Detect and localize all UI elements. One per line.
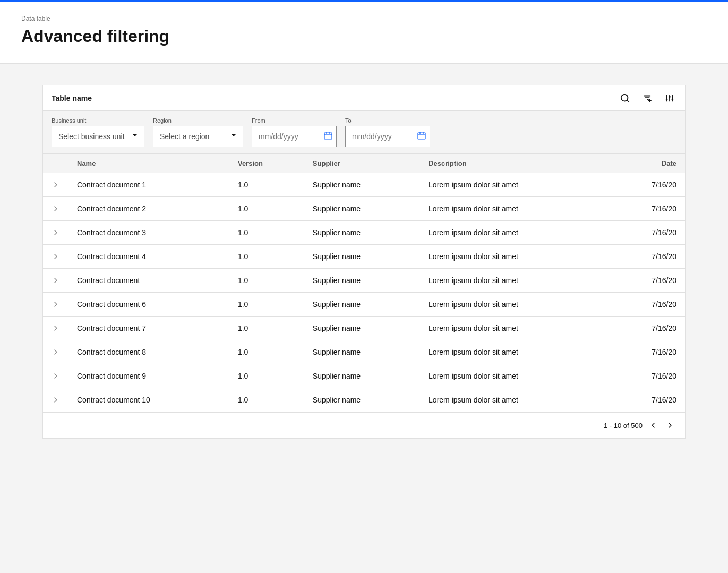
row-date: 7/16/20 [610,364,685,388]
row-expand-cell[interactable] [43,197,68,221]
row-expand-icon[interactable] [52,276,60,285]
row-expand-icon[interactable] [52,181,60,189]
page-title: Advanced filtering [21,27,707,46]
col-description: Description [420,154,610,173]
pagination-prev-button[interactable] [647,419,660,432]
table-row[interactable]: Contract document 6 1.0 Supplier name Lo… [43,293,685,317]
row-expand-icon[interactable] [52,396,60,404]
row-version: 1.0 [229,340,304,364]
row-version: 1.0 [229,221,304,245]
row-name: Contract document 6 [68,293,229,317]
table-row[interactable]: Contract document 9 1.0 Supplier name Lo… [43,364,685,388]
col-version: Version [229,154,304,173]
row-name: Contract document 9 [68,364,229,388]
from-date-filter-group: From [252,117,337,147]
row-supplier: Supplier name [304,245,420,269]
row-date: 7/16/20 [610,340,685,364]
row-expand-cell[interactable] [43,317,68,340]
header: Data table Advanced filtering [0,2,728,64]
row-expand-cell[interactable] [43,364,68,388]
to-date-wrapper [345,126,430,147]
from-date-label: From [252,117,337,124]
row-expand-cell[interactable] [43,245,68,269]
row-date: 7/16/20 [610,269,685,293]
row-name: Contract document 10 [68,388,229,412]
chevron-right-icon [666,421,674,430]
from-date-input[interactable] [252,126,337,147]
table-row[interactable]: Contract document 4 1.0 Supplier name Lo… [43,245,685,269]
row-description: Lorem ipsum dolor sit amet [420,173,610,197]
row-name: Contract document 3 [68,221,229,245]
row-date: 7/16/20 [610,293,685,317]
settings-button[interactable] [663,91,676,105]
table-row[interactable]: Contract document 8 1.0 Supplier name Lo… [43,340,685,364]
region-select-wrapper: Select a region [153,126,243,147]
row-version: 1.0 [229,197,304,221]
row-expand-cell[interactable] [43,388,68,412]
row-expand-cell[interactable] [43,269,68,293]
pagination-text: 1 - 10 of 500 [604,422,643,430]
table-row[interactable]: Contract document 1 1.0 Supplier name Lo… [43,173,685,197]
row-date: 7/16/20 [610,221,685,245]
row-description: Lorem ipsum dolor sit amet [420,293,610,317]
col-date: Date [610,154,685,173]
pagination-next-button[interactable] [664,419,676,432]
filter-add-icon [643,93,652,103]
row-expand-icon[interactable] [52,252,60,261]
sliders-icon [665,93,674,103]
row-expand-icon[interactable] [52,324,60,332]
to-date-filter-group: To [345,117,430,147]
row-expand-icon[interactable] [52,372,60,380]
row-expand-cell[interactable] [43,340,68,364]
table-row[interactable]: Contract document 3 1.0 Supplier name Lo… [43,221,685,245]
table-toolbar: Table name [43,85,685,111]
row-description: Lorem ipsum dolor sit amet [420,388,610,412]
row-supplier: Supplier name [304,317,420,340]
row-expand-icon[interactable] [52,300,60,309]
row-version: 1.0 [229,317,304,340]
row-version: 1.0 [229,245,304,269]
row-description: Lorem ipsum dolor sit amet [420,245,610,269]
row-expand-cell[interactable] [43,221,68,245]
table-name: Table name [52,94,92,102]
row-expand-cell[interactable] [43,173,68,197]
to-date-label: To [345,117,430,124]
row-version: 1.0 [229,388,304,412]
row-supplier: Supplier name [304,388,420,412]
search-button[interactable] [618,91,632,105]
search-icon [620,93,630,103]
header-subtitle: Data table [21,15,707,22]
filter-add-button[interactable] [640,91,654,105]
row-description: Lorem ipsum dolor sit amet [420,340,610,364]
row-name: Contract document 8 [68,340,229,364]
business-unit-label: Business unit [52,117,144,124]
from-date-wrapper [252,126,337,147]
table-row[interactable]: Contract document 2 1.0 Supplier name Lo… [43,197,685,221]
row-expand-cell[interactable] [43,293,68,317]
row-description: Lorem ipsum dolor sit amet [420,221,610,245]
row-name: Contract document 2 [68,197,229,221]
business-unit-select[interactable]: Select business unit [52,126,144,147]
table-row[interactable]: Contract document 7 1.0 Supplier name Lo… [43,317,685,340]
row-expand-icon[interactable] [52,228,60,237]
region-select[interactable]: Select a region [153,126,243,147]
col-supplier: Supplier [304,154,420,173]
main-content: Table name [0,64,728,460]
row-name: Contract document 1 [68,173,229,197]
row-supplier: Supplier name [304,293,420,317]
table-row[interactable]: Contract document 10 1.0 Supplier name L… [43,388,685,412]
row-expand-icon[interactable] [52,348,60,356]
col-expand [43,154,68,173]
row-name: Contract document [68,269,229,293]
row-description: Lorem ipsum dolor sit amet [420,269,610,293]
region-label: Region [153,117,243,124]
business-unit-select-wrapper: Select business unit [52,126,144,147]
col-name: Name [68,154,229,173]
table-row[interactable]: Contract document 1.0 Supplier name Lore… [43,269,685,293]
row-expand-icon[interactable] [52,204,60,213]
to-date-input[interactable] [345,126,430,147]
row-version: 1.0 [229,173,304,197]
row-description: Lorem ipsum dolor sit amet [420,317,610,340]
filter-row: Business unit Select business unit Regio… [43,111,685,154]
business-unit-filter-group: Business unit Select business unit [52,117,144,147]
